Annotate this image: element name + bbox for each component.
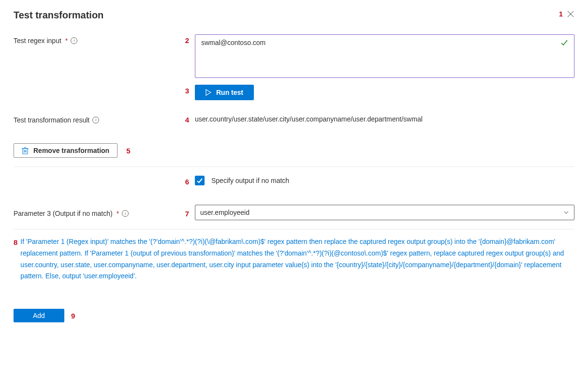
result-label: Test transformation result [14,116,89,124]
divider [14,229,574,229]
check-icon [560,39,568,46]
svg-marker-2 [206,90,211,95]
run-test-button[interactable]: Run test [195,85,254,100]
regex-input-label: Test regex input [14,37,61,45]
callout-1: 1 [559,10,563,18]
callout-3: 3 [185,87,189,95]
remove-transformation-button[interactable]: Remove transformation [14,143,118,158]
callout-7: 7 [185,210,189,218]
checkmark-icon [196,177,203,184]
chevron-down-icon [563,210,569,215]
specify-output-checkbox[interactable] [195,176,205,185]
run-test-label: Run test [216,89,243,96]
info-icon[interactable]: i [71,37,77,44]
callout-2: 2 [185,36,189,45]
info-icon[interactable]: i [122,210,129,217]
add-button[interactable]: Add [14,309,64,322]
transformation-description: If 'Parameter 1 (Regex input)' matches t… [20,236,574,282]
required-indicator: * [117,210,119,217]
param3-label: Parameter 3 (Output if no match) [14,210,113,217]
callout-4: 4 [185,116,189,124]
divider [14,166,574,167]
param3-select[interactable]: user.employeeid [195,205,574,220]
trash-icon [22,147,29,154]
result-value: user.country/user.state/user.city/user.c… [195,115,423,123]
info-icon[interactable]: i [92,117,99,123]
regex-input-field[interactable]: swmal@contoso.com [195,34,574,78]
callout-8: 8 [14,238,17,246]
remove-transformation-label: Remove transformation [33,147,109,154]
callout-6: 6 [185,178,189,186]
play-icon [206,89,211,96]
callout-9: 9 [71,312,75,320]
page-title: Test transformation [14,10,103,21]
callout-5: 5 [126,147,130,155]
required-indicator: * [65,37,68,45]
param3-value: user.employeeid [200,209,250,216]
regex-input-value: swmal@contoso.com [201,39,265,46]
add-button-label: Add [33,312,45,319]
specify-output-label: Specify output if no match [211,177,289,184]
close-icon[interactable] [567,10,574,18]
